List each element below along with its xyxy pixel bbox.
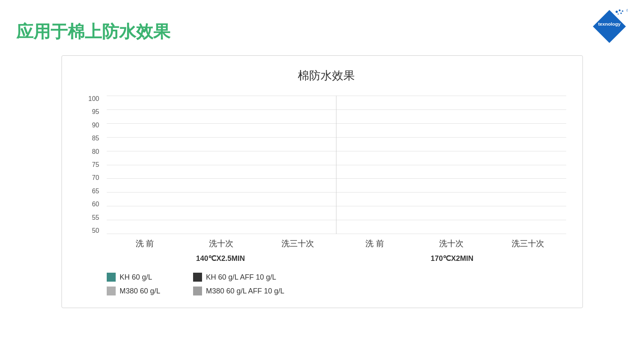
group-170-before bbox=[336, 96, 413, 234]
temp-label-170: 170℃X2MIN bbox=[338, 254, 566, 263]
group-140-ten bbox=[183, 96, 259, 234]
bars-section bbox=[107, 96, 566, 234]
y-label-65: 65 bbox=[92, 188, 99, 195]
y-label-55: 55 bbox=[92, 214, 99, 221]
legend-kh: KH 60 g/L bbox=[107, 273, 160, 282]
y-label-75: 75 bbox=[92, 162, 99, 168]
svg-text:®: ® bbox=[626, 9, 628, 13]
page-title: 应用于棉上防水效果 bbox=[16, 20, 628, 43]
y-label-60: 60 bbox=[92, 201, 99, 208]
group-140-thirty bbox=[259, 96, 336, 234]
chart-area: 50 55 60 65 70 75 80 85 90 95 100 bbox=[86, 96, 566, 234]
temp-sections: 140℃X2.5MIN 170℃X2MIN bbox=[107, 254, 566, 263]
legend-swatch-teal bbox=[107, 273, 116, 282]
x-label-170-thirty: 洗三十次 bbox=[490, 238, 566, 249]
y-axis: 50 55 60 65 70 75 80 85 90 95 100 bbox=[86, 96, 103, 234]
group-170-thirty bbox=[490, 96, 566, 234]
x-label-140-ten: 洗十次 bbox=[183, 238, 259, 249]
svg-point-6 bbox=[618, 13, 619, 15]
y-label-70: 70 bbox=[92, 175, 99, 181]
legend-swatch-lightgray bbox=[107, 287, 116, 295]
x-label-140-before: 洗 前 bbox=[107, 238, 183, 249]
svg-point-5 bbox=[620, 13, 622, 14]
svg-point-3 bbox=[619, 9, 621, 11]
legend-label-m380: M380 60 g/L bbox=[120, 287, 160, 295]
y-label-85: 85 bbox=[92, 135, 99, 142]
svg-text:texnology: texnology bbox=[598, 21, 621, 26]
x-label-140-thirty: 洗三十次 bbox=[259, 238, 336, 249]
legend-label-kh-aff: KH 60 g/L AFF 10 g/L bbox=[206, 273, 276, 282]
x-labels-row: 洗 前 洗十次 洗三十次 洗 前 洗十次 洗三十次 bbox=[86, 238, 566, 249]
legend-m380-aff: M380 60 g/L AFF 10 g/L bbox=[193, 287, 284, 295]
y-label-95: 95 bbox=[92, 109, 99, 115]
svg-point-4 bbox=[622, 10, 624, 12]
legend-kh-aff: KH 60 g/L AFF 10 g/L bbox=[193, 273, 284, 282]
x-label-170-before: 洗 前 bbox=[336, 238, 413, 249]
logo-area: texnology ® bbox=[591, 8, 628, 45]
texnology-logo: texnology ® bbox=[591, 8, 628, 45]
legend-m380: M380 60 g/L bbox=[107, 287, 160, 295]
x-groups: 洗 前 洗十次 洗三十次 洗 前 洗十次 洗三十次 bbox=[107, 238, 566, 249]
x-label-170-ten: 洗十次 bbox=[413, 238, 490, 249]
legend-label-kh: KH 60 g/L bbox=[120, 273, 152, 282]
chart-title: 棉防水效果 bbox=[86, 68, 566, 83]
chart-plot bbox=[107, 96, 566, 234]
legend-column-right: KH 60 g/L AFF 10 g/L M380 60 g/L AFF 10 … bbox=[193, 273, 284, 295]
temp-label-140: 140℃X2.5MIN bbox=[107, 254, 334, 263]
legend-label-m380-aff: M380 60 g/L AFF 10 g/L bbox=[206, 287, 284, 295]
temp-labels-row: 140℃X2.5MIN 170℃X2MIN bbox=[86, 254, 566, 263]
group-140-before bbox=[107, 96, 183, 234]
chart-container: 棉防水效果 50 55 60 65 70 75 80 85 90 95 100 bbox=[62, 55, 583, 308]
svg-point-2 bbox=[615, 11, 618, 13]
legend-swatch-gray bbox=[193, 287, 202, 295]
y-label-90: 90 bbox=[92, 122, 99, 129]
legend-swatch-dark bbox=[193, 273, 202, 282]
legend-column-left: KH 60 g/L M380 60 g/L bbox=[107, 273, 160, 295]
group-170-ten bbox=[413, 96, 490, 234]
y-label-100: 100 bbox=[88, 96, 99, 102]
y-label-50: 50 bbox=[92, 228, 99, 234]
legend-area: KH 60 g/L M380 60 g/L KH 60 g/L AFF 10 g… bbox=[86, 273, 566, 295]
y-label-80: 80 bbox=[92, 149, 99, 155]
